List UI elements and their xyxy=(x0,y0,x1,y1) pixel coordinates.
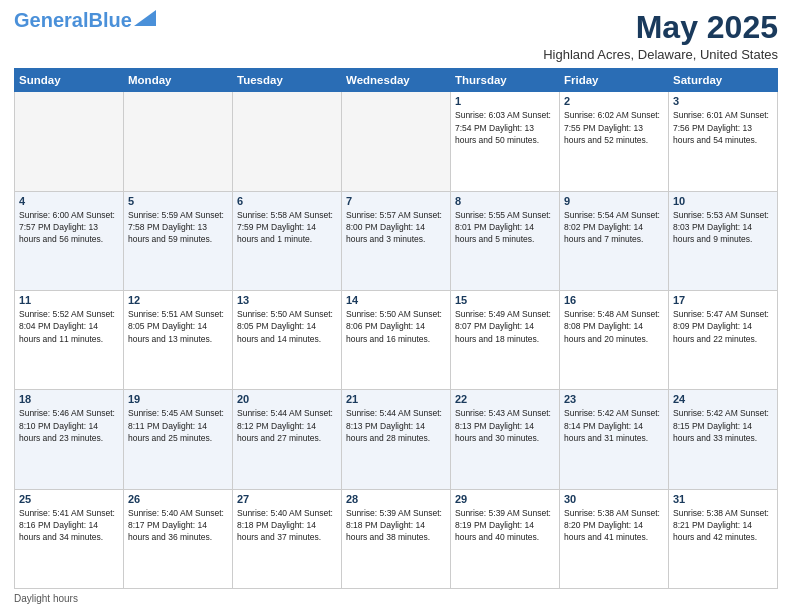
day-info: Sunrise: 5:53 AM Sunset: 8:03 PM Dayligh… xyxy=(673,209,773,246)
day-number: 29 xyxy=(455,493,555,505)
day-cell xyxy=(124,92,233,191)
week-row-4: 18Sunrise: 5:46 AM Sunset: 8:10 PM Dayli… xyxy=(15,390,778,489)
day-header-saturday: Saturday xyxy=(669,69,778,92)
day-number: 31 xyxy=(673,493,773,505)
day-number: 15 xyxy=(455,294,555,306)
day-info: Sunrise: 5:50 AM Sunset: 8:05 PM Dayligh… xyxy=(237,308,337,345)
logo: GeneralBlue xyxy=(14,10,156,30)
footer-text: Daylight hours xyxy=(14,593,78,604)
day-cell: 20Sunrise: 5:44 AM Sunset: 8:12 PM Dayli… xyxy=(233,390,342,489)
day-info: Sunrise: 5:39 AM Sunset: 8:19 PM Dayligh… xyxy=(455,507,555,544)
day-number: 2 xyxy=(564,95,664,107)
svg-marker-0 xyxy=(134,10,156,26)
day-info: Sunrise: 5:42 AM Sunset: 8:15 PM Dayligh… xyxy=(673,407,773,444)
day-number: 14 xyxy=(346,294,446,306)
day-header-tuesday: Tuesday xyxy=(233,69,342,92)
day-number: 26 xyxy=(128,493,228,505)
day-info: Sunrise: 5:48 AM Sunset: 8:08 PM Dayligh… xyxy=(564,308,664,345)
day-cell: 30Sunrise: 5:38 AM Sunset: 8:20 PM Dayli… xyxy=(560,489,669,588)
day-header-wednesday: Wednesday xyxy=(342,69,451,92)
day-cell: 3Sunrise: 6:01 AM Sunset: 7:56 PM Daylig… xyxy=(669,92,778,191)
day-info: Sunrise: 5:43 AM Sunset: 8:13 PM Dayligh… xyxy=(455,407,555,444)
day-info: Sunrise: 5:59 AM Sunset: 7:58 PM Dayligh… xyxy=(128,209,228,246)
day-cell: 21Sunrise: 5:44 AM Sunset: 8:13 PM Dayli… xyxy=(342,390,451,489)
day-cell: 28Sunrise: 5:39 AM Sunset: 8:18 PM Dayli… xyxy=(342,489,451,588)
day-cell: 31Sunrise: 5:38 AM Sunset: 8:21 PM Dayli… xyxy=(669,489,778,588)
week-row-2: 4Sunrise: 6:00 AM Sunset: 7:57 PM Daylig… xyxy=(15,191,778,290)
day-cell: 26Sunrise: 5:40 AM Sunset: 8:17 PM Dayli… xyxy=(124,489,233,588)
day-cell: 29Sunrise: 5:39 AM Sunset: 8:19 PM Dayli… xyxy=(451,489,560,588)
day-cell xyxy=(342,92,451,191)
day-info: Sunrise: 5:55 AM Sunset: 8:01 PM Dayligh… xyxy=(455,209,555,246)
week-row-1: 1Sunrise: 6:03 AM Sunset: 7:54 PM Daylig… xyxy=(15,92,778,191)
day-info: Sunrise: 5:40 AM Sunset: 8:17 PM Dayligh… xyxy=(128,507,228,544)
day-cell: 13Sunrise: 5:50 AM Sunset: 8:05 PM Dayli… xyxy=(233,290,342,389)
day-cell: 22Sunrise: 5:43 AM Sunset: 8:13 PM Dayli… xyxy=(451,390,560,489)
day-number: 27 xyxy=(237,493,337,505)
day-cell: 4Sunrise: 6:00 AM Sunset: 7:57 PM Daylig… xyxy=(15,191,124,290)
day-info: Sunrise: 6:03 AM Sunset: 7:54 PM Dayligh… xyxy=(455,109,555,146)
day-cell: 14Sunrise: 5:50 AM Sunset: 8:06 PM Dayli… xyxy=(342,290,451,389)
logo-blue: Blue xyxy=(88,9,131,31)
day-info: Sunrise: 5:40 AM Sunset: 8:18 PM Dayligh… xyxy=(237,507,337,544)
day-cell: 8Sunrise: 5:55 AM Sunset: 8:01 PM Daylig… xyxy=(451,191,560,290)
day-number: 21 xyxy=(346,393,446,405)
day-number: 18 xyxy=(19,393,119,405)
day-info: Sunrise: 5:41 AM Sunset: 8:16 PM Dayligh… xyxy=(19,507,119,544)
day-number: 10 xyxy=(673,195,773,207)
day-number: 5 xyxy=(128,195,228,207)
day-info: Sunrise: 5:58 AM Sunset: 7:59 PM Dayligh… xyxy=(237,209,337,246)
day-cell: 17Sunrise: 5:47 AM Sunset: 8:09 PM Dayli… xyxy=(669,290,778,389)
day-number: 30 xyxy=(564,493,664,505)
day-cell: 1Sunrise: 6:03 AM Sunset: 7:54 PM Daylig… xyxy=(451,92,560,191)
day-cell: 15Sunrise: 5:49 AM Sunset: 8:07 PM Dayli… xyxy=(451,290,560,389)
day-number: 12 xyxy=(128,294,228,306)
day-info: Sunrise: 6:01 AM Sunset: 7:56 PM Dayligh… xyxy=(673,109,773,146)
day-number: 28 xyxy=(346,493,446,505)
day-cell: 11Sunrise: 5:52 AM Sunset: 8:04 PM Dayli… xyxy=(15,290,124,389)
day-number: 4 xyxy=(19,195,119,207)
day-number: 23 xyxy=(564,393,664,405)
day-header-thursday: Thursday xyxy=(451,69,560,92)
day-header-friday: Friday xyxy=(560,69,669,92)
day-number: 25 xyxy=(19,493,119,505)
day-info: Sunrise: 5:46 AM Sunset: 8:10 PM Dayligh… xyxy=(19,407,119,444)
day-info: Sunrise: 5:39 AM Sunset: 8:18 PM Dayligh… xyxy=(346,507,446,544)
day-info: Sunrise: 5:44 AM Sunset: 8:12 PM Dayligh… xyxy=(237,407,337,444)
day-number: 13 xyxy=(237,294,337,306)
day-number: 22 xyxy=(455,393,555,405)
day-cell: 19Sunrise: 5:45 AM Sunset: 8:11 PM Dayli… xyxy=(124,390,233,489)
day-info: Sunrise: 5:52 AM Sunset: 8:04 PM Dayligh… xyxy=(19,308,119,345)
logo-general: General xyxy=(14,9,88,31)
footer: Daylight hours xyxy=(14,593,778,604)
day-info: Sunrise: 5:45 AM Sunset: 8:11 PM Dayligh… xyxy=(128,407,228,444)
day-cell: 9Sunrise: 5:54 AM Sunset: 8:02 PM Daylig… xyxy=(560,191,669,290)
header-row: SundayMondayTuesdayWednesdayThursdayFrid… xyxy=(15,69,778,92)
page: GeneralBlue May 2025 Highland Acres, Del… xyxy=(0,0,792,612)
day-number: 24 xyxy=(673,393,773,405)
day-info: Sunrise: 5:57 AM Sunset: 8:00 PM Dayligh… xyxy=(346,209,446,246)
day-number: 11 xyxy=(19,294,119,306)
day-info: Sunrise: 5:49 AM Sunset: 8:07 PM Dayligh… xyxy=(455,308,555,345)
day-number: 3 xyxy=(673,95,773,107)
day-number: 9 xyxy=(564,195,664,207)
day-info: Sunrise: 5:54 AM Sunset: 8:02 PM Dayligh… xyxy=(564,209,664,246)
day-cell: 18Sunrise: 5:46 AM Sunset: 8:10 PM Dayli… xyxy=(15,390,124,489)
day-number: 8 xyxy=(455,195,555,207)
day-header-monday: Monday xyxy=(124,69,233,92)
calendar-table: SundayMondayTuesdayWednesdayThursdayFrid… xyxy=(14,68,778,589)
day-cell: 10Sunrise: 5:53 AM Sunset: 8:03 PM Dayli… xyxy=(669,191,778,290)
day-number: 17 xyxy=(673,294,773,306)
day-info: Sunrise: 6:00 AM Sunset: 7:57 PM Dayligh… xyxy=(19,209,119,246)
week-row-5: 25Sunrise: 5:41 AM Sunset: 8:16 PM Dayli… xyxy=(15,489,778,588)
day-info: Sunrise: 5:44 AM Sunset: 8:13 PM Dayligh… xyxy=(346,407,446,444)
day-cell xyxy=(233,92,342,191)
day-number: 1 xyxy=(455,95,555,107)
day-number: 6 xyxy=(237,195,337,207)
day-info: Sunrise: 5:38 AM Sunset: 8:21 PM Dayligh… xyxy=(673,507,773,544)
day-info: Sunrise: 5:38 AM Sunset: 8:20 PM Dayligh… xyxy=(564,507,664,544)
day-cell xyxy=(15,92,124,191)
day-cell: 27Sunrise: 5:40 AM Sunset: 8:18 PM Dayli… xyxy=(233,489,342,588)
header: GeneralBlue May 2025 Highland Acres, Del… xyxy=(14,10,778,62)
day-number: 16 xyxy=(564,294,664,306)
